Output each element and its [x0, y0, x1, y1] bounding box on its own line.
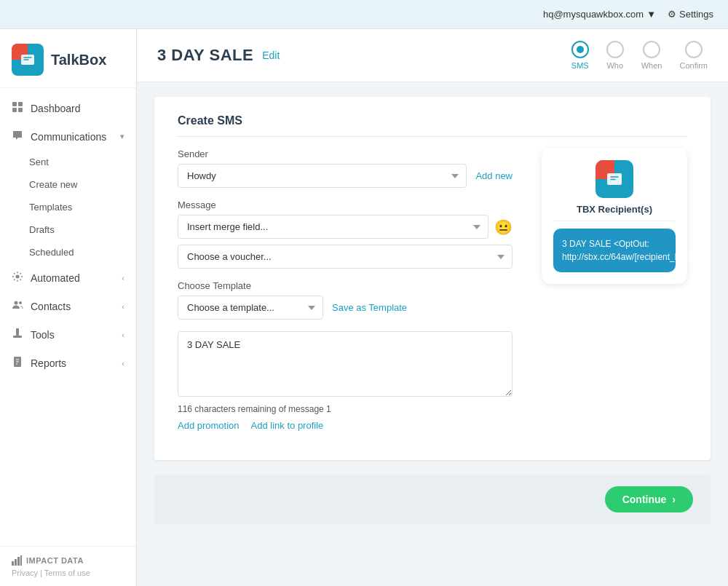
content-area: 3 DAY SALE Edit SMS Who When Co [137, 29, 728, 586]
message-textarea[interactable]: 3 DAY SALE [178, 331, 513, 397]
page-title: 3 DAY SALE [157, 46, 253, 65]
continue-arrow-icon: › [672, 494, 676, 505]
sidebar-item-contacts[interactable]: Contacts ‹ [0, 292, 136, 320]
settings-button[interactable]: ⚙ Settings [668, 9, 713, 20]
logo-text: TalkBox [51, 52, 106, 68]
chat-icon [12, 130, 23, 143]
sidebar: TalkBox Dashboard Communications ▾ Sent [0, 29, 137, 586]
add-link-to-profile-link[interactable]: Add link to profile [251, 420, 324, 431]
sidebar-item-communications[interactable]: Communications ▾ [0, 122, 136, 151]
svg-rect-8 [16, 328, 19, 336]
chevron-left-icon: ‹ [122, 359, 124, 368]
wizard-step-label-when: When [641, 61, 662, 70]
svg-rect-2 [18, 102, 23, 106]
sidebar-item-drafts[interactable]: Drafts [0, 218, 136, 241]
voucher-select[interactable]: Choose a voucher... [178, 245, 513, 269]
svg-rect-15 [15, 559, 17, 566]
chevron-down-icon: ▾ [120, 132, 124, 141]
char-count: 116 characters remaining of message 1 [178, 404, 513, 414]
sidebar-item-sent[interactable]: Sent [0, 151, 136, 173]
build-icon [12, 328, 23, 341]
template-group: Choose Template Choose a template... Sav… [178, 280, 513, 320]
gear-icon: ⚙ [668, 9, 676, 20]
content-body: Create SMS Sender Howdy Add new [137, 82, 728, 586]
footer-links: Privacy | Terms of use [12, 569, 124, 577]
user-email: hq@mysquawkbox.com [543, 9, 644, 20]
template-row: Choose a template... Save as Template [178, 296, 513, 320]
sender-group: Sender Howdy Add new [178, 149, 513, 188]
merge-field-row: Insert merge field... 😐 [178, 215, 513, 239]
sidebar-item-label: Scheduled [29, 247, 74, 258]
sidebar-item-label: Drafts [29, 224, 55, 235]
message-textarea-group: 3 DAY SALE 116 characters remaining of m… [178, 331, 513, 431]
form-card-title: Create SMS [178, 114, 687, 137]
wizard-step-sms[interactable]: SMS [571, 41, 589, 70]
sidebar-item-label: Tools [31, 329, 55, 341]
sidebar-item-label: Communications [31, 131, 106, 143]
sidebar-item-create-new[interactable]: Create new [0, 173, 136, 196]
continue-button[interactable]: Continue › [605, 486, 693, 512]
preview-card: TBX Recipient(s) 3 DAY SALE <OptOut: htt… [542, 149, 687, 284]
wizard-step-label-sms: SMS [571, 61, 589, 70]
settings-icon [12, 271, 23, 285]
privacy-link[interactable]: Privacy [12, 569, 38, 577]
sidebar-logo: TalkBox [0, 29, 136, 88]
terms-link[interactable]: Terms of use [44, 569, 90, 577]
sidebar-item-scheduled[interactable]: Scheduled [0, 241, 136, 264]
content-header: 3 DAY SALE Edit SMS Who When Co [137, 29, 728, 82]
svg-rect-4 [18, 108, 23, 112]
sender-select[interactable]: Howdy [178, 164, 467, 188]
save-as-template-link[interactable]: Save as Template [332, 302, 407, 313]
sidebar-item-tools[interactable]: Tools ‹ [0, 320, 136, 349]
sender-row: Howdy Add new [178, 164, 513, 188]
sidebar-nav: Dashboard Communications ▾ Sent Create n… [0, 88, 136, 546]
merge-field-select[interactable]: Insert merge field... [178, 215, 488, 239]
separator: | [40, 569, 42, 577]
svg-point-5 [16, 275, 20, 279]
template-label: Choose Template [178, 280, 513, 291]
settings-label: Settings [679, 9, 713, 20]
file-icon [12, 356, 23, 370]
logo-icon [12, 44, 44, 76]
chevron-left-icon: ‹ [122, 330, 124, 339]
svg-rect-17 [20, 555, 22, 566]
footer-bar: Continue › [154, 475, 711, 524]
brand-icon [12, 555, 22, 566]
sidebar-item-label: Dashboard [31, 103, 81, 114]
sidebar-item-label: Create new [29, 179, 77, 190]
edit-link[interactable]: Edit [262, 50, 280, 61]
wizard-step-circle-who [606, 41, 624, 58]
impact-data-brand: IMPACT DATA [12, 555, 124, 566]
sidebar-item-reports[interactable]: Reports ‹ [0, 349, 136, 377]
svg-rect-9 [13, 336, 22, 338]
add-promotion-link[interactable]: Add promotion [178, 420, 240, 431]
wizard-step-confirm[interactable]: Confirm [679, 41, 708, 70]
top-bar: hq@mysquawkbox.com ▼ ⚙ Settings [0, 0, 728, 29]
svg-point-6 [15, 301, 18, 305]
sidebar-item-label: Templates [29, 202, 72, 213]
template-select[interactable]: Choose a template... [178, 296, 323, 320]
sidebar-item-label: Sent [29, 157, 49, 167]
sidebar-item-templates[interactable]: Templates [0, 196, 136, 218]
message-group: Message Insert merge field... 😐 Choose a… [178, 199, 513, 269]
emoji-button[interactable]: 😐 [494, 218, 513, 236]
wizard-step-label-who: Who [606, 61, 623, 70]
form-row: Sender Howdy Add new Message [178, 149, 687, 443]
preview-recipient: TBX Recipient(s) [553, 204, 676, 221]
wizard-step-who[interactable]: Who [606, 41, 624, 70]
preview-message: 3 DAY SALE <OptOut: http://sbx.cc/64aw/[… [553, 229, 676, 272]
wizard-step-circle-when [643, 41, 660, 58]
add-new-link[interactable]: Add new [475, 170, 513, 181]
dashboard-icon [12, 101, 23, 115]
svg-rect-14 [12, 561, 14, 566]
preview-icon [596, 160, 633, 198]
wizard-step-when[interactable]: When [641, 41, 662, 70]
form-links: Add promotion Add link to profile [178, 420, 513, 431]
sidebar-item-dashboard[interactable]: Dashboard [0, 94, 136, 122]
create-sms-card: Create SMS Sender Howdy Add new [154, 97, 711, 460]
sidebar-item-automated[interactable]: Automated ‹ [0, 264, 136, 292]
wizard-step-circle-confirm [685, 41, 703, 58]
user-menu[interactable]: hq@mysquawkbox.com ▼ [543, 9, 656, 20]
wizard-step-label-confirm: Confirm [679, 61, 708, 70]
chevron-left-icon: ‹ [122, 274, 124, 282]
